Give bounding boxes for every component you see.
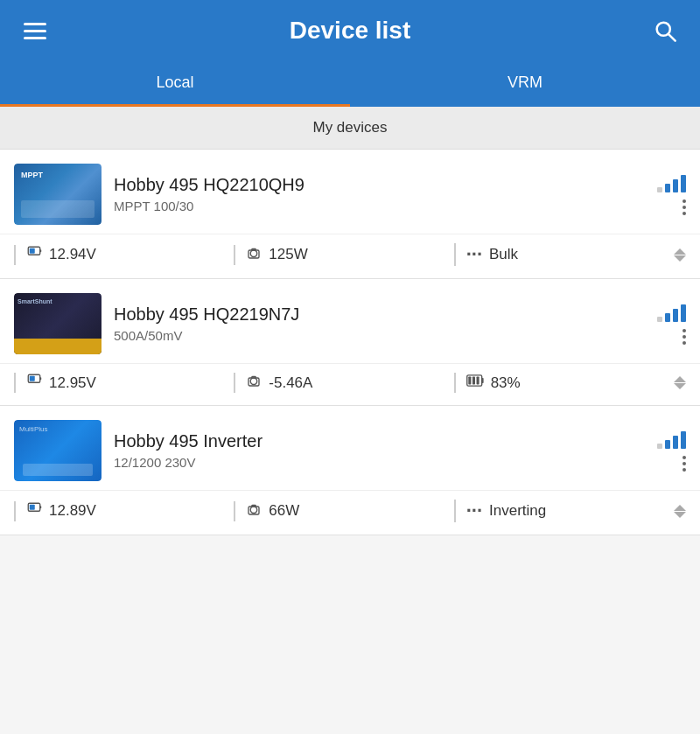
signal-bar-4 [681,431,686,449]
stat-voltage-1: 12.94V [14,245,234,265]
signal-bar-2 [665,313,670,322]
stat-voltage-2: 12.95V [14,373,234,393]
tab-bar: Local VRM [0,61,700,107]
svg-point-10 [251,378,258,385]
device-type-1: MPPT 100/30 [114,199,645,213]
device-type-2: 500A/50mV [114,328,645,343]
device-right-3 [657,430,686,472]
tab-vrm[interactable]: VRM [350,61,700,104]
device-right-2 [657,303,686,345]
svg-rect-9 [30,376,35,381]
bolt-icon-2 [26,373,42,393]
device-image-2 [14,293,102,354]
device-stats-3: 12.89V 66W ··· Inverting [0,490,700,535]
device-name-1: Hobby 495 HQ2210QH9 [114,175,645,195]
device-stats-2: 12.95V -5.46A 83% [0,363,700,405]
svg-rect-8 [40,377,42,380]
bolt-icon-3 [26,501,42,521]
device-name-2: Hobby 495 HQ2219N7J [114,304,645,325]
device-main-3: Hobby 495 Inverter 12/1200 230V [0,406,700,490]
signal-bar-3 [673,436,678,449]
ellipsis-icon-3: ··· [466,500,482,522]
stat-voltage-3: 12.89V [14,501,234,521]
page-title: Device list [52,17,648,45]
signal-strength-2 [657,303,686,322]
stat-soc-2: 83% [454,373,674,393]
signal-strength-3 [657,430,686,449]
signal-bar-3 [673,309,678,322]
svg-rect-18 [40,506,42,508]
device-card-1: Hobby 495 HQ2210QH9 MPPT 100/30 12.94V [0,150,700,279]
signal-bar-1 [657,444,662,449]
stat-current-value-2: -5.46A [269,374,312,392]
stat-voltage-value-1: 12.94V [49,246,96,263]
expand-button-1[interactable] [674,248,686,262]
signal-strength-1 [657,173,686,192]
svg-rect-16 [476,376,479,384]
device-type-3: 12/1200 230V [114,455,645,470]
expand-button-3[interactable] [674,505,686,518]
svg-rect-13 [481,378,483,383]
svg-point-5 [251,250,258,257]
more-options-button-1[interactable] [682,199,686,215]
stat-status-value-1: Bulk [489,246,518,263]
svg-rect-14 [468,376,471,384]
device-name-3: Hobby 495 Inverter [114,431,645,451]
stat-power-1: 125W [234,245,453,265]
svg-rect-15 [472,376,475,384]
device-main-2: Hobby 495 HQ2219N7J 500A/50mV [0,279,700,363]
device-main-1: Hobby 495 HQ2210QH9 MPPT 100/30 [0,150,700,234]
svg-rect-4 [30,248,35,253]
search-button[interactable] [648,18,682,43]
bolt-icon-1 [26,245,42,265]
signal-bar-4 [681,175,686,192]
camera-icon-1 [246,245,262,265]
expand-button-2[interactable] [674,376,686,389]
camera-icon-2 [246,373,262,393]
ellipsis-icon-1: ··· [466,243,482,266]
device-right-1 [657,173,686,215]
stat-power-3: 66W [234,501,453,521]
signal-bar-4 [681,304,686,322]
app-header: Device list [0,0,700,61]
signal-bar-2 [665,184,670,192]
stat-current-2: -5.46A [234,373,453,393]
svg-line-1 [668,34,676,41]
svg-rect-3 [40,249,42,252]
device-image-1 [14,164,102,225]
signal-bar-2 [665,440,670,449]
device-stats-1: 12.94V 125W ··· Bulk [0,234,700,278]
tab-local[interactable]: Local [0,61,350,104]
section-heading: My devices [0,107,700,150]
more-options-button-2[interactable] [682,329,686,345]
device-image-3 [14,420,102,481]
device-info-2: Hobby 495 HQ2219N7J 500A/50mV [114,304,645,343]
stat-status-1: ··· Bulk [454,243,674,266]
signal-bar-1 [657,317,662,322]
stat-status-value-3: Inverting [489,502,546,520]
battery-icon-2 [466,373,484,393]
svg-rect-19 [30,504,35,509]
device-card-2: Hobby 495 HQ2219N7J 500A/50mV 12.95V [0,279,700,406]
device-card-3: Hobby 495 Inverter 12/1200 230V 12.89V [0,406,700,535]
more-options-button-3[interactable] [682,456,686,472]
stat-status-3: ··· Inverting [454,500,674,522]
stat-voltage-value-2: 12.95V [49,374,96,392]
stat-power-value-1: 125W [269,246,307,263]
stat-power-value-3: 66W [269,502,299,520]
stat-soc-value-2: 83% [491,374,521,392]
stat-voltage-value-3: 12.89V [49,502,96,520]
signal-bar-3 [673,179,678,192]
signal-bar-1 [657,187,662,192]
svg-point-20 [251,507,258,514]
camera-icon-3 [246,501,262,521]
device-info-3: Hobby 495 Inverter 12/1200 230V [114,431,645,470]
device-info-1: Hobby 495 HQ2210QH9 MPPT 100/30 [114,175,645,213]
hamburger-menu-button[interactable] [18,23,52,39]
